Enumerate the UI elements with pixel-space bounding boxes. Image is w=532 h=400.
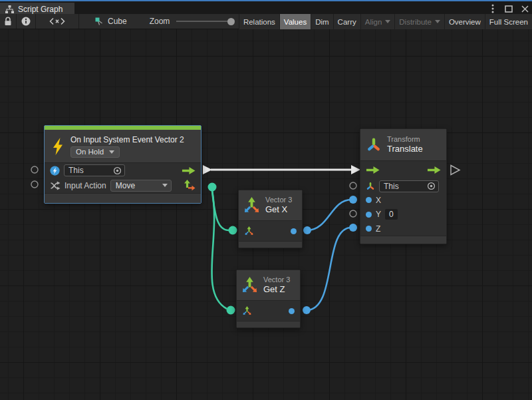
tab-label: Script Graph [18,5,63,14]
overview-button[interactable]: Overview [444,14,485,29]
node-translate[interactable]: Transform Translate This X Y 0 [360,128,447,244]
event-node-footer [45,193,201,203]
gameobject-event-icon [50,166,60,176]
code-preview-button[interactable] [36,14,78,29]
getx-node-footer [239,241,302,248]
zoom-label: Zoom [150,14,170,29]
graph-canvas[interactable]: On Input System Event Vector 2 On Hold T… [0,29,532,400]
lightning-icon [51,138,65,155]
info-icon [21,17,31,26]
chevron-down-icon [435,20,440,23]
translate-x-dot[interactable] [366,197,372,203]
zoom-slider[interactable] [176,14,233,29]
node-get-x[interactable]: Vector 3 Get X [238,190,303,248]
toolbar-toggles: Relations Values Dim Carry Align Distrib… [239,14,532,29]
distribute-dropdown[interactable]: Distribute [394,14,444,29]
translate-y-label: Y [376,210,381,219]
event-target-row: This [45,163,201,178]
chevron-down-icon [385,20,390,23]
vector3-icon [241,277,259,294]
kebab-menu-icon[interactable] [488,4,497,13]
title-bar: Script Graph [0,0,532,14]
vector3-mini-icon[interactable] [242,306,252,315]
event-mode-dropdown[interactable]: On Hold [70,146,120,158]
window-controls [488,3,529,14]
input-action-dropdown[interactable]: Move [110,180,172,192]
port-translate-control-output[interactable] [451,166,460,175]
graph-toolbar: Cube Zoom 1x Relations Values Dim Carry … [0,14,532,29]
getz-port-row [237,301,300,321]
translate-x-label: X [376,196,381,205]
wire-vector2-to-getz[interactable] [211,190,227,309]
relations-button[interactable]: Relations [239,14,279,29]
target-picker-icon[interactable] [113,166,122,175]
chevron-down-icon [162,184,168,187]
vector3-mini-icon[interactable] [244,226,254,236]
transform-icon [366,137,382,153]
getx-type-label: Vector 3 [265,196,292,204]
event-target-field[interactable]: This [64,164,125,176]
close-icon[interactable] [520,4,529,13]
zoom-slider-track[interactable] [176,21,233,22]
vector3-icon [243,197,261,214]
carry-button[interactable]: Carry [333,14,360,29]
values-button[interactable]: Values [279,14,311,29]
translate-z-row: Z [360,222,446,236]
port-getz-input[interactable] [227,306,235,315]
port-event-vector2-output[interactable] [208,183,217,192]
toolbar-divider [78,14,79,29]
translate-x-row: X [360,193,446,207]
translate-node-footer [360,236,446,244]
port-translate-z-input[interactable] [349,224,357,232]
control-input-arrow-icon[interactable] [366,166,380,174]
getz-type-label: Vector 3 [263,276,290,284]
control-output-arrow-icon[interactable] [182,166,196,175]
translate-type-label: Transform [387,135,423,144]
align-dropdown[interactable]: Align [360,14,395,29]
getx-output-dot[interactable] [291,228,297,234]
graph-breadcrumb[interactable]: Cube [92,14,130,29]
lock-icon [4,17,12,26]
translate-y-row: Y 0 [360,207,446,222]
wire-getz-to-translate-z[interactable] [307,228,351,310]
translate-y-dot[interactable] [366,212,372,218]
lock-button[interactable] [0,14,16,29]
port-getx-output[interactable] [303,226,311,234]
control-output-arrow-icon[interactable] [427,166,441,174]
transform-mini-icon [366,182,375,191]
translate-target-field[interactable]: This [379,180,439,192]
translate-node-header[interactable]: Transform Translate [360,129,446,161]
fullscreen-button[interactable]: Full Screen [485,14,532,29]
getz-node-header[interactable]: Vector 3 Get Z [237,270,300,301]
info-button[interactable] [17,14,35,29]
port-getx-input[interactable] [229,226,237,235]
vector2-icon[interactable] [184,180,196,191]
port-translate-target-input[interactable] [350,182,356,189]
event-action-row: Input Action Move [45,178,201,193]
wire-getx-to-translate-x[interactable] [307,200,351,230]
translate-y-value-field[interactable]: 0 [385,209,398,220]
wire-control-event-to-translate[interactable] [203,165,360,174]
graph-icon [95,17,104,26]
translate-title: Translate [387,144,423,154]
getx-node-header[interactable]: Vector 3 Get X [239,190,302,221]
port-event-action-input[interactable] [31,181,38,188]
maximize-icon[interactable] [504,4,513,13]
translate-z-dot[interactable] [366,226,372,232]
port-event-target-input[interactable] [31,166,38,173]
port-getz-output[interactable] [303,306,311,314]
port-translate-y-input[interactable] [350,210,356,217]
code-icon [49,17,65,25]
zoom-slider-handle[interactable] [227,18,235,25]
getz-title: Get Z [263,284,290,295]
event-node-header[interactable]: On Input System Event Vector 2 On Hold [45,130,201,163]
node-get-z[interactable]: Vector 3 Get Z [236,270,301,328]
dim-button[interactable]: Dim [311,14,332,29]
getx-title: Get X [265,204,292,215]
node-on-input-system-event[interactable]: On Input System Event Vector 2 On Hold T… [44,125,201,204]
port-translate-x-input[interactable] [349,196,357,204]
input-action-icon [50,181,61,190]
target-picker-icon[interactable] [427,182,436,190]
getz-output-dot[interactable] [289,308,295,314]
hierarchy-icon [5,5,14,13]
